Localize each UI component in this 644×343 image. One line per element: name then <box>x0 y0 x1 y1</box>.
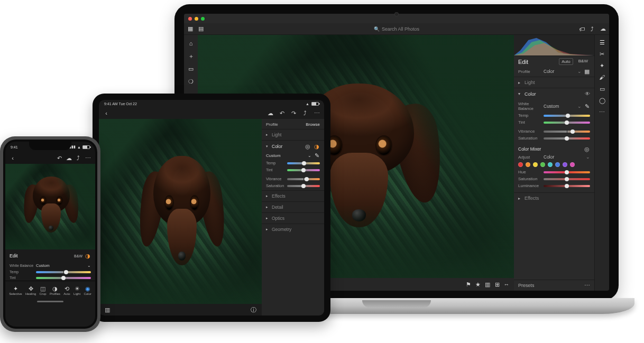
search-box[interactable]: 🔍 Search All Photos <box>374 26 419 32</box>
cloud-icon[interactable]: ☁ <box>600 26 606 32</box>
healing-icon[interactable]: ✦ <box>599 62 605 69</box>
mix-lum-slider[interactable] <box>544 185 590 187</box>
mix-sat-slider[interactable] <box>544 178 590 180</box>
eye-icon[interactable]: 👁 <box>585 91 590 97</box>
section-effects[interactable]: ▸Effects <box>262 192 324 200</box>
cloud-icon[interactable]: ☁ <box>66 155 72 161</box>
vibrance-slider[interactable] <box>287 178 320 180</box>
section-light[interactable]: ▸Light <box>514 78 594 87</box>
wb-dropdown[interactable]: Custom ⌄ <box>36 263 91 268</box>
traffic-max-icon[interactable] <box>201 17 205 21</box>
temp-slider[interactable] <box>544 115 590 117</box>
cloud-icon[interactable]: ☁ <box>267 110 273 116</box>
radial-grad-icon[interactable]: ◯ <box>599 97 605 104</box>
hue-slider[interactable] <box>544 171 590 173</box>
profile-dropdown[interactable]: Color ⌄ <box>544 69 582 74</box>
my-photos-icon[interactable]: ▦ <box>187 26 194 32</box>
phone-photo-canvas[interactable] <box>5 164 95 249</box>
mix-lum-label: Luminance <box>518 183 541 188</box>
temp-slider[interactable] <box>36 271 91 273</box>
auto-tool[interactable]: ⟲Auto <box>63 285 70 295</box>
crop-tool[interactable]: ◫Crop <box>40 285 47 295</box>
tablet-topbar: ‹ ☁ ↶ ↷ ⤴ ⋯ <box>99 107 324 119</box>
home-icon[interactable]: ⌂ <box>188 40 194 47</box>
profiles-tool[interactable]: ◑Profiles <box>50 285 60 295</box>
vibrance-slider[interactable] <box>544 131 590 133</box>
star-icon[interactable]: ★ <box>475 281 481 288</box>
mixer-icon[interactable]: ◑ <box>85 253 91 259</box>
eyedropper-icon[interactable]: ✎ <box>584 103 590 109</box>
brush-icon[interactable]: 🖌 <box>599 74 605 80</box>
share-icon[interactable]: ⤴ <box>589 26 595 32</box>
chevron-down-icon: ⌄ <box>308 153 311 158</box>
profile-grid-icon[interactable]: ▦ <box>584 68 590 75</box>
section-light[interactable]: ▸Light <box>262 131 324 139</box>
edit-title: Edit <box>518 59 528 65</box>
saturation-slider[interactable] <box>287 185 320 187</box>
traffic-min-icon[interactable] <box>195 17 198 21</box>
search-icon: 🔍 <box>374 26 380 32</box>
histogram[interactable] <box>514 35 594 56</box>
profile-value[interactable]: Browse <box>306 122 320 127</box>
crop-icon[interactable]: ✂ <box>599 51 605 57</box>
info-icon[interactable]: ⓘ <box>250 307 256 313</box>
wifi-icon: ▲ <box>77 145 81 149</box>
tint-slider[interactable] <box>544 122 590 124</box>
zoom-fit-icon[interactable]: ⊞ <box>494 281 500 288</box>
section-effects[interactable]: ▸Effects <box>514 194 594 202</box>
share-icon[interactable]: ⤴ <box>75 155 81 161</box>
section-geometry[interactable]: ▸Geometry <box>262 225 324 234</box>
share-icon[interactable]: ⤴ <box>302 110 308 116</box>
tint-slider[interactable] <box>287 169 320 171</box>
temp-slider[interactable] <box>287 162 320 164</box>
flag-icon[interactable]: ⚑ <box>465 281 472 288</box>
filmstrip-toggle-icon[interactable]: ▥ <box>104 307 111 313</box>
compare-icon[interactable]: ▥ <box>484 281 491 288</box>
back-icon[interactable]: ‹ <box>103 110 109 116</box>
learn-icon[interactable]: ❍ <box>188 78 194 85</box>
tablet-screen: 9:41 AM Tue Oct 22 ▲ ‹ ☁ ↶ ↷ ⤴ ⋯ <box>99 100 324 316</box>
grid-view-icon[interactable]: ▤ <box>198 26 204 32</box>
bw-button[interactable]: B&W <box>74 254 82 258</box>
chevron-down-icon: ⌄ <box>577 69 582 74</box>
wb-dropdown[interactable]: Custom ⌄ <box>544 104 582 109</box>
albums-icon[interactable]: ▭ <box>188 66 194 72</box>
add-icon[interactable]: ＋ <box>188 53 194 59</box>
section-color[interactable]: ▾Color 👁 <box>514 89 594 98</box>
bw-button[interactable]: B&W <box>576 58 590 65</box>
traffic-close-icon[interactable] <box>188 17 192 21</box>
section-detail[interactable]: ▸Detail <box>262 203 324 211</box>
presets-button[interactable]: Presets <box>518 283 535 288</box>
undo-icon[interactable]: ↶ <box>279 110 285 116</box>
settings-icon[interactable]: ⋯ <box>314 110 320 116</box>
tablet-photo-canvas[interactable] <box>99 119 262 304</box>
tint-slider[interactable] <box>36 277 91 279</box>
saturation-slider[interactable] <box>544 137 590 140</box>
presets-menu-icon[interactable]: ⋯ <box>584 282 590 289</box>
mixer-icon[interactable]: ◑ <box>314 143 320 150</box>
wb-dropdown[interactable]: Custom ⌄ <box>266 153 311 158</box>
healing-tool[interactable]: ✥Healing <box>25 285 36 295</box>
home-indicator[interactable] <box>37 301 63 302</box>
section-color[interactable]: ▾Color ◎ ◑ <box>262 142 324 151</box>
eyedropper-icon[interactable]: ✎ <box>314 152 320 159</box>
adjust-dropdown[interactable]: Color ⌄ <box>544 154 590 160</box>
linear-grad-icon[interactable]: ▭ <box>599 86 605 92</box>
target-icon[interactable]: ◎ <box>305 143 311 150</box>
selective-tool[interactable]: ✦Selective <box>9 285 22 295</box>
expand-icon[interactable]: ↔ <box>503 281 510 288</box>
target-icon[interactable]: ◎ <box>584 146 590 152</box>
edit-sliders-icon[interactable]: ☰ <box>599 39 605 45</box>
back-icon[interactable]: ‹ <box>10 155 16 161</box>
more-icon[interactable]: ⋯ <box>599 109 605 115</box>
redo-icon[interactable]: ↷ <box>290 110 297 116</box>
section-optics[interactable]: ▸Optics <box>262 214 324 223</box>
auto-button[interactable]: Auto <box>559 58 573 65</box>
more-icon[interactable]: ⋯ <box>85 155 91 161</box>
tag-icon[interactable]: 🏷 <box>578 26 585 32</box>
undo-icon[interactable]: ↶ <box>56 155 62 161</box>
color-tool[interactable]: ◉Color <box>84 285 91 295</box>
color-swatches[interactable] <box>514 161 594 169</box>
light-tool[interactable]: ☀Light <box>73 285 80 295</box>
profile-label: Profile <box>266 122 278 127</box>
